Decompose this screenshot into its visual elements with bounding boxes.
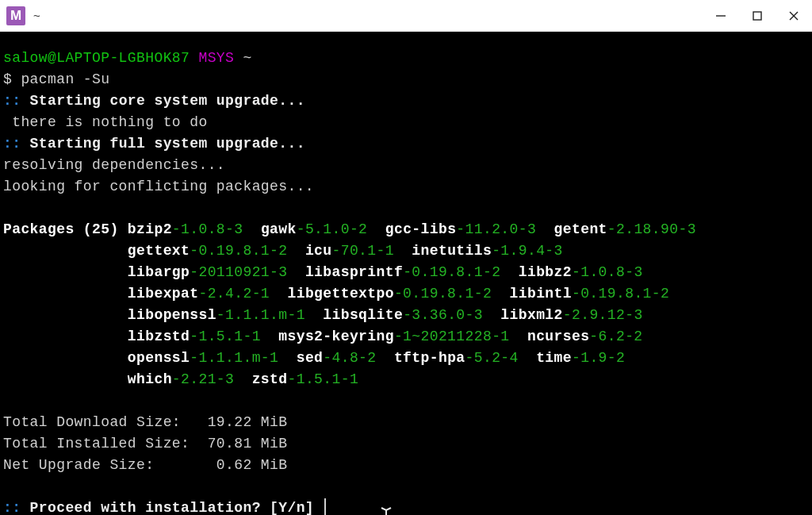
- packages-row: Packages (25) libargp-20110921-3 libaspr…: [3, 262, 809, 283]
- package-name: sed: [297, 350, 324, 366]
- package-name: gawk: [261, 221, 297, 237]
- package-name: libgettextpo: [287, 286, 393, 302]
- package-name: ncurses: [527, 329, 589, 344]
- prompt-userhost: salow@LAPTOP-LGBHOK87: [3, 50, 190, 66]
- package-name: icu: [305, 243, 332, 259]
- package-name: libzstd: [128, 329, 190, 344]
- prompt-line: salow@LAPTOP-LGBHOK87 MSYS ~: [3, 48, 809, 69]
- packages-row: Packages (25) openssl-1.1.1.m-1 sed-4.8-…: [3, 348, 809, 369]
- msys2-terminal-window: M ~ salow@LAPTOP-LGBHOK87 MSYS ~ $ pacma…: [0, 0, 812, 515]
- package-version: -0.19.8.1-2: [403, 264, 500, 280]
- net-upgrade-line: Net Upgrade Size: 0.62 MiB: [3, 455, 809, 476]
- package-name: bzip2: [128, 221, 172, 237]
- package-version: -11.2.0-3: [456, 221, 536, 237]
- net-value: 0.62 MiB: [208, 457, 288, 473]
- package-version: -1.5.1-1: [190, 329, 261, 344]
- package-name: time: [536, 350, 572, 366]
- package-version: -3.36.0-3: [403, 307, 483, 323]
- download-value: 19.22 MiB: [208, 414, 288, 430]
- close-button[interactable]: [776, 0, 812, 32]
- package-name: libbz2: [519, 264, 572, 280]
- package-version: -0.19.8.1-2: [572, 286, 669, 302]
- package-version: -2.4.2-1: [198, 286, 270, 302]
- package-name: getent: [554, 221, 607, 237]
- package-version: -1.1.1.m-1: [190, 350, 278, 366]
- package-version: -70.1-1: [332, 243, 394, 259]
- terminal-cursor: [324, 498, 326, 515]
- package-version: -20110921-3: [190, 264, 287, 280]
- minimize-icon: [715, 10, 726, 21]
- package-name: libargp: [128, 264, 190, 280]
- package-version: -1.0.8-3: [572, 264, 643, 280]
- installed-value: 70.81 MiB: [208, 436, 288, 452]
- package-version: -1.9-2: [572, 350, 625, 366]
- packages-count: (25): [83, 221, 119, 237]
- packages-block: Packages (25) bzip2-1.0.8-3 gawk-5.1.0-2…: [3, 219, 809, 390]
- close-icon: [788, 10, 799, 21]
- package-version: -5.2-4: [465, 350, 519, 366]
- package-name: msys2-keyring: [278, 329, 394, 344]
- package-name: gcc-libs: [385, 221, 457, 237]
- package-version: -4.8-2: [323, 350, 376, 366]
- packages-label: Packages: [3, 221, 75, 237]
- prompt-cwd: ~: [243, 50, 251, 66]
- prompt-env: MSYS: [198, 50, 234, 66]
- package-version: -0.19.8.1-2: [394, 286, 492, 302]
- package-name: inetutils: [412, 243, 492, 259]
- proceed-colon: ::: [3, 500, 21, 515]
- nothing-to-do-line: there is nothing to do: [3, 112, 809, 133]
- package-name: libsqlite: [323, 307, 403, 323]
- package-name: openssl: [128, 350, 190, 366]
- package-version: -2.21-3: [172, 371, 234, 387]
- command-line: $ pacman -Su: [3, 69, 809, 90]
- packages-row: Packages (25) bzip2-1.0.8-3 gawk-5.1.0-2…: [3, 219, 809, 240]
- package-version: -1.1.1.m-1: [216, 307, 305, 323]
- packages-row: Packages (25) libopenssl-1.1.1.m-1 libsq…: [3, 305, 809, 326]
- package-name: libintl: [510, 286, 572, 302]
- package-version: -1.5.1-1: [287, 371, 358, 387]
- conflicting-line: looking for conflicting packages...: [3, 176, 809, 198]
- package-version: -2.18.90-3: [607, 221, 696, 237]
- proceed-options: [Y/n]: [270, 500, 314, 515]
- resolving-line: resolving dependencies...: [3, 155, 809, 176]
- package-version: -1.9.4-3: [492, 243, 563, 259]
- app-icon: M: [6, 6, 25, 25]
- total-installed-line: Total Installed Size: 70.81 MiB: [3, 433, 809, 455]
- package-name: libexpat: [128, 286, 199, 302]
- net-label: Net Upgrade Size:: [3, 457, 154, 473]
- full-upgrade-line: :: Starting full system upgrade...: [3, 133, 809, 155]
- prompt-symbol: $: [3, 71, 12, 87]
- terminal-output[interactable]: salow@LAPTOP-LGBHOK87 MSYS ~ $ pacman -S…: [0, 32, 812, 515]
- core-upgrade-msg: Starting core system upgrade...: [30, 93, 305, 109]
- proceed-prompt-line[interactable]: :: Proceed with installation? [Y/n]: [3, 498, 809, 515]
- package-name: libasprintf: [305, 264, 403, 280]
- packages-row: Packages (25) which-2.21-3 zstd-1.5.1-1: [3, 369, 809, 390]
- package-name: libxml2: [500, 307, 562, 323]
- package-name: which: [128, 371, 172, 387]
- total-download-line: Total Download Size: 19.22 MiB: [3, 412, 809, 433]
- window-titlebar[interactable]: M ~: [0, 0, 812, 32]
- download-label: Total Download Size:: [3, 414, 181, 430]
- package-name: gettext: [128, 243, 190, 259]
- command-text: pacman -Su: [21, 71, 109, 87]
- package-version: -5.1.0-2: [297, 221, 368, 237]
- maximize-icon: [752, 10, 763, 21]
- package-version: -1.0.8-3: [172, 221, 243, 237]
- package-version: -6.2-2: [589, 329, 642, 344]
- package-name: tftp-hpa: [394, 350, 465, 366]
- core-upgrade-line: :: Starting core system upgrade...: [3, 90, 809, 112]
- packages-row: Packages (25) libexpat-2.4.2-1 libgettex…: [3, 283, 809, 305]
- package-version: -1~20211228-1: [394, 329, 510, 344]
- proceed-text: Proceed with installation?: [30, 500, 261, 515]
- window-title: ~: [33, 9, 40, 22]
- package-version: -0.19.8.1-2: [190, 243, 287, 259]
- package-name: zstd: [252, 371, 288, 387]
- maximize-button[interactable]: [739, 0, 776, 32]
- packages-row: Packages (25) gettext-0.19.8.1-2 icu-70.…: [3, 240, 809, 262]
- package-version: -2.9.12-3: [563, 307, 643, 323]
- minimize-button[interactable]: [703, 0, 739, 32]
- full-upgrade-msg: Starting full system upgrade...: [30, 136, 305, 152]
- installed-label: Total Installed Size:: [3, 436, 190, 452]
- package-name: libopenssl: [128, 307, 216, 323]
- svg-rect-1: [753, 12, 761, 20]
